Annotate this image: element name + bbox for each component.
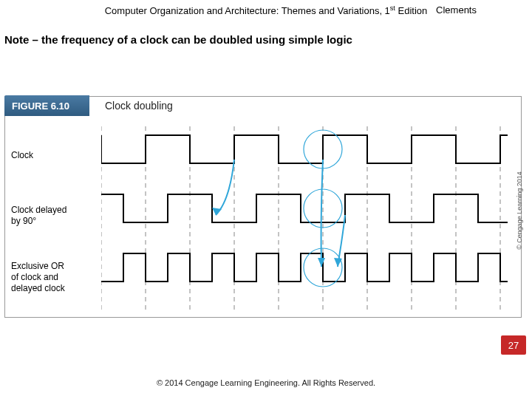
row-label-clock: Clock <box>11 150 33 161</box>
timing-diagram: Clock Clock delayed by 90° Exclusive OR … <box>5 126 512 317</box>
row2-line1: Clock delayed <box>11 205 66 215</box>
row3-line1: Exclusive OR <box>11 261 64 271</box>
row-label-xor: Exclusive OR of clock and delayed clock <box>11 261 65 294</box>
slide: Computer Organization and Architecture: … <box>0 0 532 399</box>
figure-label: FIGURE 6.10 <box>4 95 89 116</box>
page-number-badge: 27 <box>501 335 526 355</box>
row3-line2: of clock and <box>11 272 58 282</box>
slide-note: Note – the frequency of a clock can be d… <box>4 33 352 46</box>
svg-marker-15 <box>334 258 342 267</box>
waveform-svg <box>101 126 508 311</box>
row-label-delayed: Clock delayed by 90° <box>11 205 66 227</box>
author-name: Clements <box>436 4 477 16</box>
side-copyright: © Cengage Learning 2014 <box>516 171 523 250</box>
book-title-post: Edition <box>395 5 427 16</box>
row3-line3: delayed clock <box>11 283 65 293</box>
row2-line2: by 90° <box>11 216 36 226</box>
figure-title: Clock doubling <box>105 100 173 112</box>
page-number: 27 <box>508 340 519 351</box>
book-title-sup: st <box>390 4 395 12</box>
svg-marker-14 <box>318 258 325 267</box>
figure-container: FIGURE 6.10 Clock doubling © Cengage Lea… <box>4 96 522 318</box>
book-title-pre: Computer Organization and Architecture: … <box>105 5 390 16</box>
footer-copyright: © 2014 Cengage Learning Engineering. All… <box>0 378 532 387</box>
